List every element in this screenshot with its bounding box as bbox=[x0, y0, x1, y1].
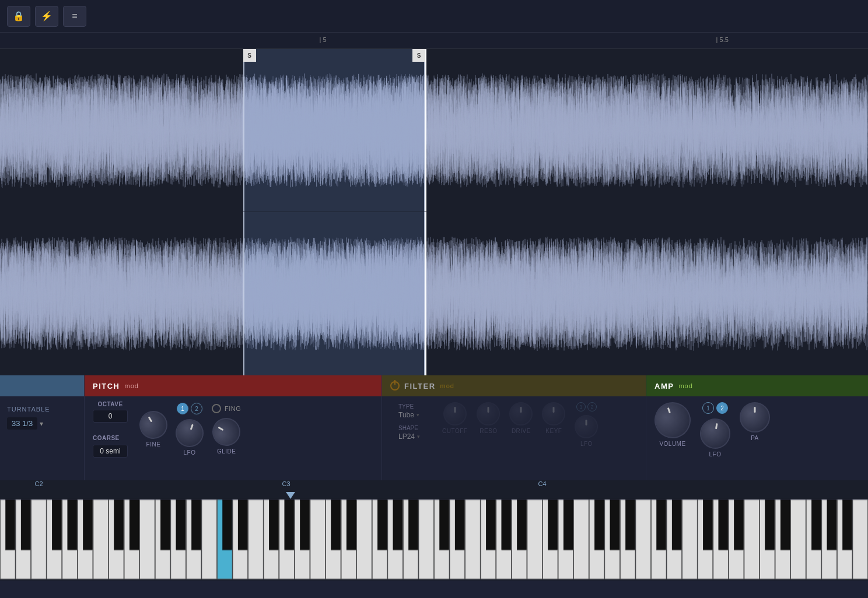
playhead-upper bbox=[425, 49, 426, 212]
amp-lfo-label: LFO bbox=[709, 451, 722, 458]
selection-handle-left[interactable]: S bbox=[243, 49, 256, 62]
note-label-c3: C3 bbox=[282, 480, 290, 487]
turntable-chevron: ▾ bbox=[40, 420, 43, 428]
amp-mod: mod bbox=[678, 382, 692, 389]
amp-header: AMP mod bbox=[646, 375, 868, 396]
amp-lfo-knob[interactable] bbox=[698, 416, 733, 451]
filter-title: FILTER bbox=[404, 382, 436, 391]
filter-type-value[interactable]: Tube ▾ bbox=[398, 411, 420, 419]
lock-button[interactable]: 🔒 bbox=[7, 6, 30, 27]
piano-note-ruler: C2 C3 C4 bbox=[0, 480, 868, 499]
octave-block: OCTAVE 0 COARSE 0 semi bbox=[93, 401, 128, 458]
keyf-knob[interactable] bbox=[542, 402, 565, 425]
lfo-btn-2[interactable]: 2 bbox=[191, 403, 202, 414]
filter-type-chevron: ▾ bbox=[416, 412, 419, 418]
filter-lfo-knob[interactable] bbox=[575, 415, 598, 438]
volume-knob[interactable] bbox=[649, 397, 695, 443]
filter-knobs: CUTOFF RESO DRIVE KEYF bbox=[434, 400, 606, 449]
lines-button[interactable]: ≡ bbox=[63, 6, 86, 27]
c3-indicator bbox=[286, 492, 295, 499]
drive-knob-group: DRIVE bbox=[509, 402, 533, 447]
fing-toggle[interactable]: FING bbox=[212, 404, 241, 413]
piano-keys-area[interactable] bbox=[0, 499, 868, 581]
filter-type-area: TYPE Tube ▾ SHAPE LP24 ▾ bbox=[390, 400, 428, 449]
filter-header: FILTER mod bbox=[382, 375, 646, 396]
pitch-title: PITCH bbox=[93, 382, 120, 391]
drive-knob[interactable] bbox=[509, 402, 533, 425]
octave-label: OCTAVE bbox=[97, 401, 123, 407]
filter-shape-text: LP24 bbox=[398, 432, 415, 441]
pitch-header: PITCH mod bbox=[85, 375, 382, 396]
keyf-label: KEYF bbox=[545, 428, 562, 434]
pitch-section: PITCH mod OCTAVE 0 COARSE 0 semi FINE bbox=[85, 375, 382, 480]
filter-shape-label: SHAPE bbox=[398, 425, 420, 431]
lfo-btn-1[interactable]: 1 bbox=[177, 403, 188, 414]
toolbar: 🔒 ⚡ ≡ bbox=[0, 0, 868, 33]
playhead-lower bbox=[425, 212, 426, 375]
coarse-block: COARSE 0 semi bbox=[93, 432, 128, 458]
selection-region-upper[interactable]: S S bbox=[243, 49, 425, 212]
fine-knob[interactable] bbox=[134, 406, 173, 444]
bottom-panel: TURNTABLE 33 1/3 ▾ PITCH mod OCTAVE 0 CO… bbox=[0, 375, 868, 598]
glide-knob-group: FING GLIDE bbox=[212, 404, 241, 455]
reso-knob[interactable] bbox=[477, 402, 500, 425]
pitch-mod: mod bbox=[125, 382, 139, 389]
filter-lfo-btn-1[interactable]: 1 bbox=[576, 402, 586, 411]
filter-lfo-btn-2[interactable]: 2 bbox=[587, 402, 597, 411]
pan-label: PA bbox=[751, 435, 759, 441]
ruler-mark-5-5: | 5.5 bbox=[716, 36, 729, 43]
volume-knob-group: VOLUME bbox=[654, 402, 691, 447]
turntable-dropdown[interactable]: 33 1/3 ▾ bbox=[7, 417, 77, 430]
glide-label: GLIDE bbox=[217, 448, 236, 455]
note-label-c4: C4 bbox=[538, 480, 547, 487]
coarse-label: COARSE bbox=[93, 435, 120, 441]
ruler-mark-5: | 5 bbox=[320, 36, 327, 43]
filter-lfo-group: 1 2 LFO bbox=[575, 402, 598, 447]
amp-lfo-btn-1[interactable]: 1 bbox=[702, 402, 714, 414]
selection-handle-right[interactable]: S bbox=[412, 49, 425, 62]
fine-label: FINE bbox=[146, 441, 161, 448]
filter-type-label: TYPE bbox=[398, 403, 420, 410]
keyf-knob-group: KEYF bbox=[542, 402, 565, 447]
controls-area: TURNTABLE 33 1/3 ▾ PITCH mod OCTAVE 0 CO… bbox=[0, 375, 868, 480]
note-label-c2: C2 bbox=[35, 480, 43, 487]
pitch-controls: OCTAVE 0 COARSE 0 semi FINE 1 2 bbox=[85, 396, 382, 458]
amp-title: AMP bbox=[654, 382, 674, 391]
selection-region-lower[interactable] bbox=[243, 212, 425, 375]
filter-mod: mod bbox=[440, 382, 454, 389]
amp-lfo-btn-2[interactable]: 2 bbox=[716, 402, 728, 414]
amp-section: AMP mod VOLUME 1 2 LFO bbox=[646, 375, 868, 480]
waveform-area[interactable]: S S bbox=[0, 49, 868, 375]
filter-type-text: Tube bbox=[398, 411, 414, 419]
fing-label: FING bbox=[225, 405, 241, 412]
waveform-upper bbox=[0, 49, 868, 212]
turntable-value: 33 1/3 bbox=[7, 417, 37, 430]
lfo-knob[interactable] bbox=[172, 415, 208, 451]
fine-knob-group: FINE bbox=[139, 411, 167, 448]
piano-canvas[interactable] bbox=[0, 499, 868, 581]
turntable-section: TURNTABLE 33 1/3 ▾ bbox=[0, 375, 85, 480]
volume-label: VOLUME bbox=[659, 441, 685, 447]
bolt-button[interactable]: ⚡ bbox=[35, 6, 58, 27]
glide-knob[interactable] bbox=[207, 413, 246, 451]
piano-wrapper: C2 C3 C4 bbox=[0, 480, 868, 562]
pan-knob[interactable] bbox=[740, 402, 770, 432]
amp-lfo-knob-group: 1 2 LFO bbox=[700, 402, 730, 458]
cutoff-knob-group: CUTOFF bbox=[442, 402, 467, 447]
octave-value[interactable]: 0 bbox=[93, 410, 128, 423]
filter-power-button[interactable] bbox=[390, 381, 400, 391]
reso-knob-group: RESO bbox=[477, 402, 500, 447]
filter-shape-chevron: ▾ bbox=[417, 434, 420, 439]
drive-label: DRIVE bbox=[512, 428, 531, 434]
track-lower bbox=[0, 212, 868, 375]
filter-shape-value[interactable]: LP24 ▾ bbox=[398, 432, 420, 441]
reso-label: RESO bbox=[480, 428, 497, 434]
timeline-ruler: | 5 | 5.5 bbox=[0, 33, 868, 49]
filter-section: FILTER mod TYPE Tube ▾ SHAPE LP24 ▾ bbox=[382, 375, 646, 480]
cutoff-label: CUTOFF bbox=[442, 428, 467, 434]
lfo-knob-group: 1 2 LFO bbox=[176, 403, 204, 456]
track-upper: S S bbox=[0, 49, 868, 212]
coarse-value[interactable]: 0 semi bbox=[93, 445, 128, 458]
cutoff-knob[interactable] bbox=[443, 402, 467, 425]
fing-toggle-circle bbox=[212, 404, 221, 413]
